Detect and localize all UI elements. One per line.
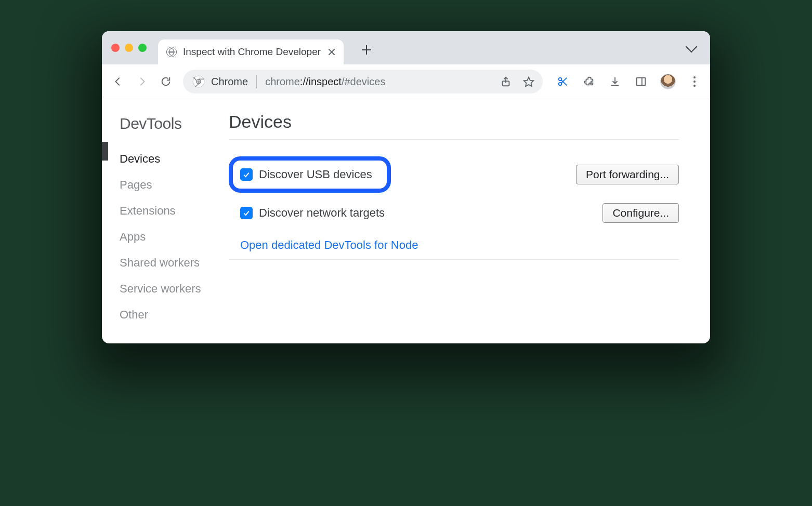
chrome-icon <box>192 75 205 88</box>
devtools-logo: DevTools <box>120 115 229 132</box>
checkbox-checked-icon <box>240 207 253 219</box>
close-tab-button[interactable] <box>327 47 336 57</box>
sidebar-item-devices[interactable]: Devices <box>120 146 229 172</box>
window-minimize-button[interactable] <box>125 44 133 52</box>
back-button[interactable] <box>111 75 125 88</box>
profile-avatar[interactable] <box>660 74 676 89</box>
sidebar-nav: Devices Pages Extensions Apps Shared wor… <box>120 146 229 328</box>
svg-rect-11 <box>637 78 646 86</box>
sidebar-item-extensions[interactable]: Extensions <box>120 198 229 224</box>
reload-button[interactable] <box>159 75 173 88</box>
page-content: DevTools Devices Pages Extensions Apps S… <box>102 99 710 343</box>
checkbox-checked-icon <box>240 168 253 181</box>
sidebar-item-other[interactable]: Other <box>120 302 229 328</box>
titlebar: Inspect with Chrome Developer <box>102 31 710 64</box>
globe-icon <box>166 47 177 57</box>
tabs-dropdown-button[interactable] <box>686 41 698 53</box>
port-forwarding-button[interactable]: Port forwarding... <box>576 165 679 184</box>
chrome-menu-button[interactable] <box>688 75 701 88</box>
browser-window: Inspect with Chrome Developer <box>102 31 710 343</box>
traffic-lights <box>111 44 147 52</box>
new-tab-button[interactable] <box>361 45 372 55</box>
window-close-button[interactable] <box>111 44 120 52</box>
discover-usb-label: Discover USB devices <box>259 168 372 181</box>
discover-usb-checkbox[interactable]: Discover USB devices <box>240 168 372 181</box>
svg-marker-5 <box>524 77 533 86</box>
scissors-icon[interactable] <box>556 75 570 88</box>
open-node-devtools-link[interactable]: Open dedicated DevTools for Node <box>240 238 418 251</box>
sidepanel-icon[interactable] <box>634 75 648 88</box>
omnibox[interactable]: Chrome chrome://inspect/#devices <box>183 70 543 94</box>
main-panel: Devices Discover USB devices Port forwar… <box>229 99 710 343</box>
sidebar: DevTools Devices Pages Extensions Apps S… <box>109 99 229 343</box>
discover-usb-highlight: Discover USB devices <box>229 156 391 193</box>
page-heading: Devices <box>229 112 679 140</box>
configure-button[interactable]: Configure... <box>603 203 679 223</box>
forward-button[interactable] <box>135 75 149 88</box>
browser-tab[interactable]: Inspect with Chrome Developer <box>158 39 344 64</box>
bookmark-star-icon[interactable] <box>522 75 535 88</box>
discover-network-checkbox[interactable]: Discover network targets <box>229 203 385 223</box>
window-zoom-button[interactable] <box>138 44 147 52</box>
omnibox-url: chrome://inspect/#devices <box>265 76 488 88</box>
sidebar-item-shared-workers[interactable]: Shared workers <box>120 250 229 276</box>
extensions-icon[interactable] <box>582 75 596 88</box>
toolbar-right <box>556 74 701 89</box>
omnibox-divider <box>256 75 257 88</box>
svg-point-6 <box>559 78 562 81</box>
tab-title: Inspect with Chrome Developer <box>183 46 321 58</box>
active-indicator <box>102 99 109 343</box>
toolbar: Chrome chrome://inspect/#devices <box>102 64 710 99</box>
share-icon[interactable] <box>499 75 513 88</box>
downloads-icon[interactable] <box>608 75 622 88</box>
svg-point-7 <box>559 83 562 86</box>
sidebar-item-pages[interactable]: Pages <box>120 172 229 198</box>
svg-point-3 <box>198 81 200 83</box>
node-devtools-row: Open dedicated DevTools for Node <box>229 228 679 260</box>
discover-network-row: Discover network targets Configure... <box>229 198 679 228</box>
sidebar-item-service-workers[interactable]: Service workers <box>120 276 229 302</box>
discover-network-label: Discover network targets <box>259 206 385 220</box>
discover-usb-row: Discover USB devices Port forwarding... <box>229 151 679 198</box>
sidebar-item-apps[interactable]: Apps <box>120 224 229 250</box>
omnibox-chip: Chrome <box>211 76 248 88</box>
